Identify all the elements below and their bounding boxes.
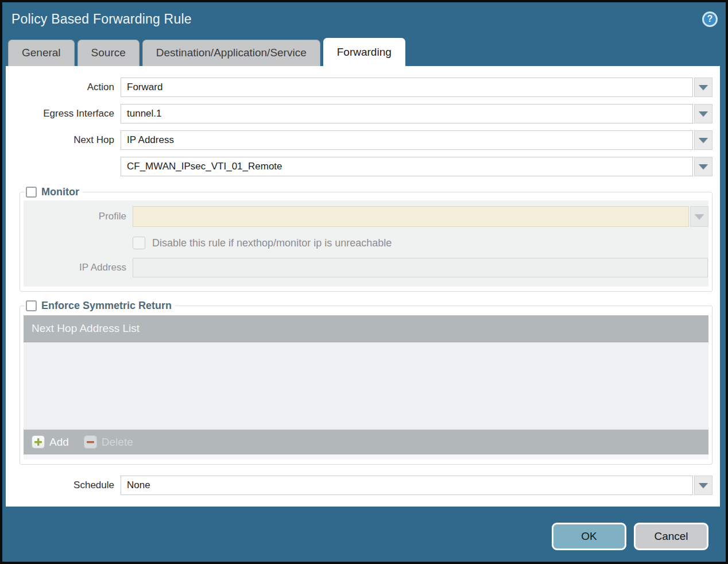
monitor-profile-dropdown	[133, 206, 708, 227]
cancel-button[interactable]: Cancel	[634, 523, 708, 550]
next-hop-address-list-toolbar: Add Delete	[24, 430, 708, 454]
plus-icon	[32, 435, 45, 449]
egress-interface-dropdown-button[interactable]	[694, 104, 712, 123]
monitor-legend: Monitor	[25, 186, 83, 198]
egress-interface-row: Egress Interface tunnel.1	[6, 104, 712, 123]
dialog-titlebar: Policy Based Forwarding Rule ?	[2, 2, 726, 36]
chevron-down-icon	[695, 214, 704, 219]
policy-based-forwarding-dialog: Policy Based Forwarding Rule ? General S…	[0, 0, 728, 564]
next-hop-address-row: CF_MWAN_IPsec_VTI_01_Remote	[6, 157, 712, 176]
egress-interface-value[interactable]: tunnel.1	[121, 104, 693, 123]
dialog-footer: OK Cancel	[2, 507, 726, 550]
schedule-dropdown: None	[121, 476, 712, 495]
action-label: Action	[6, 82, 121, 93]
monitor-legend-text: Monitor	[41, 186, 79, 198]
delete-button: Delete	[84, 435, 133, 449]
next-hop-address-dropdown: CF_MWAN_IPsec_VTI_01_Remote	[121, 157, 712, 176]
monitor-profile-label: Profile	[24, 211, 133, 222]
monitor-checkbox[interactable]	[26, 187, 37, 198]
next-hop-row: Next Hop IP Address	[6, 130, 712, 150]
next-hop-address-value[interactable]: CF_MWAN_IPsec_VTI_01_Remote	[121, 157, 693, 176]
table-scrollbar-track[interactable]	[24, 454, 708, 459]
monitor-profile-row: Profile	[24, 206, 708, 227]
monitor-ip-address-row: IP Address	[24, 258, 708, 277]
action-dropdown: Forward	[121, 78, 712, 97]
next-hop-dropdown-button[interactable]	[694, 130, 712, 150]
tab-source[interactable]: Source	[78, 40, 140, 66]
tab-destination-application-service[interactable]: Destination/Application/Service	[142, 40, 320, 66]
monitor-ip-address-label: IP Address	[24, 262, 133, 273]
monitor-profile-dropdown-button	[690, 206, 708, 227]
chevron-down-icon	[699, 164, 708, 169]
monitor-panel: Profile Disable this rule if nexthop/mon…	[24, 200, 708, 287]
add-button-label: Add	[49, 436, 69, 449]
next-hop-address-list-header: Next Hop Address List	[24, 315, 708, 342]
next-hop-address-list-table: Next Hop Address List Add	[24, 315, 708, 459]
chevron-down-icon	[699, 111, 708, 117]
egress-interface-dropdown: tunnel.1	[121, 104, 712, 123]
schedule-row: Schedule None	[6, 476, 712, 495]
action-value[interactable]: Forward	[121, 78, 693, 97]
monitor-group: Monitor Profile Disable this rule if nex…	[20, 186, 712, 292]
tab-bar: General Source Destination/Application/S…	[2, 36, 726, 66]
monitor-disable-rule-row: Disable this rule if nexthop/monitor ip …	[133, 237, 708, 249]
delete-button-label: Delete	[102, 436, 133, 449]
disable-rule-checkbox	[133, 237, 145, 249]
ok-button[interactable]: OK	[552, 523, 626, 550]
schedule-value[interactable]: None	[121, 476, 693, 495]
tab-general[interactable]: General	[8, 40, 75, 66]
schedule-dropdown-button[interactable]	[694, 476, 712, 495]
next-hop-address-list-body[interactable]	[24, 342, 708, 430]
minus-icon	[84, 435, 97, 449]
next-hop-value[interactable]: IP Address	[121, 130, 693, 150]
monitor-profile-value	[133, 206, 689, 227]
monitor-ip-address-input	[133, 258, 708, 277]
enforce-symmetric-return-checkbox[interactable]	[26, 300, 37, 311]
schedule-label: Schedule	[6, 480, 121, 491]
chevron-down-icon	[699, 483, 708, 488]
help-icon[interactable]: ?	[702, 11, 718, 27]
next-hop-address-dropdown-button[interactable]	[694, 157, 712, 176]
disable-rule-label: Disable this rule if nexthop/monitor ip …	[152, 237, 392, 249]
egress-interface-label: Egress Interface	[6, 108, 121, 119]
tab-forwarding[interactable]: Forwarding	[323, 38, 405, 66]
action-dropdown-button[interactable]	[694, 78, 712, 97]
enforce-symmetric-return-legend: Enforce Symmetric Return	[25, 300, 175, 312]
enforce-symmetric-return-legend-text: Enforce Symmetric Return	[41, 300, 172, 312]
add-button[interactable]: Add	[32, 435, 69, 449]
action-row: Action Forward	[6, 78, 712, 97]
chevron-down-icon	[699, 85, 708, 90]
dialog-title: Policy Based Forwarding Rule	[11, 11, 192, 27]
tab-content-forwarding: Action Forward Egress Interface tunnel.1…	[6, 66, 720, 507]
next-hop-label: Next Hop	[6, 134, 121, 146]
next-hop-dropdown: IP Address	[121, 130, 712, 150]
chevron-down-icon	[699, 138, 708, 143]
enforce-symmetric-return-group: Enforce Symmetric Return Next Hop Addres…	[20, 300, 712, 465]
